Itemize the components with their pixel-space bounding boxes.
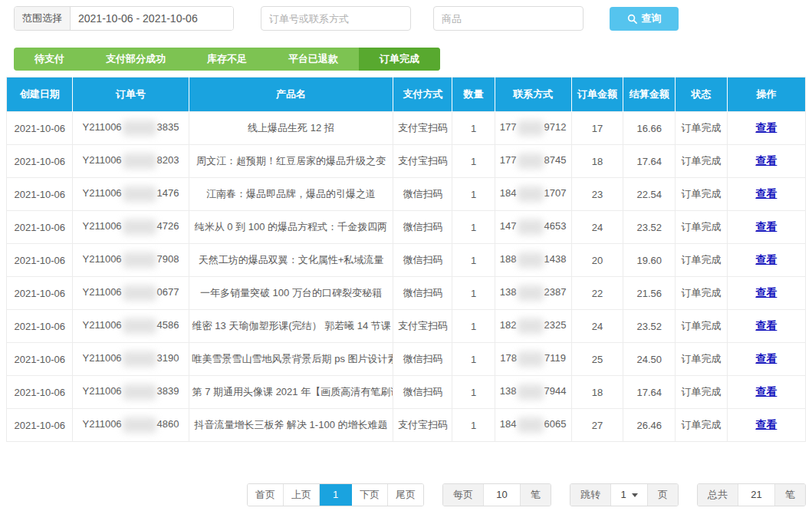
- table-row: 2021-10-06Y2110064586维密 13 天瑜伽塑形课(完结） 郭若…: [7, 310, 806, 343]
- masked-text: [123, 186, 156, 202]
- jump-page-value: 1: [620, 484, 626, 506]
- view-link[interactable]: 查看: [755, 418, 777, 430]
- per-page-input[interactable]: [483, 484, 520, 506]
- cell-create-date: 2021-10-06: [7, 211, 73, 244]
- chevron-down-icon: [632, 493, 638, 497]
- cell-action: 查看: [727, 343, 805, 376]
- cell-action: 查看: [727, 277, 805, 310]
- cell-order-amount: 20: [571, 244, 623, 277]
- masked-text: [123, 219, 156, 235]
- cell-quantity: 1: [452, 145, 495, 178]
- tab-4[interactable]: 平台已退款: [268, 48, 359, 71]
- cell-order-number: Y2110063190: [73, 343, 189, 376]
- cell-quantity: 1: [452, 112, 495, 145]
- tab-5[interactable]: 订单完成: [359, 48, 440, 71]
- column-header: 订单金额: [571, 77, 623, 112]
- table-row: 2021-10-06Y2110061476江南春：爆品即品牌，爆品的引爆之道微信…: [7, 178, 806, 211]
- column-header: 支付方式: [393, 77, 452, 112]
- cell-order-number: Y2110060677: [73, 277, 189, 310]
- date-range-input[interactable]: [71, 7, 233, 30]
- cell-quantity: 1: [452, 376, 495, 409]
- cell-contact: 1841707: [495, 178, 571, 211]
- column-header: 产品名: [189, 77, 393, 112]
- per-page-group: 每页 笔: [442, 483, 551, 506]
- search-button[interactable]: 查询: [610, 7, 679, 31]
- cell-product-name: 第 7 期通用头像课 2021 年【画质高清有笔刷课件】: [189, 376, 393, 409]
- cell-create-date: 2021-10-06: [7, 145, 73, 178]
- table-row: 2021-10-06Y2110060677一年多销量突破 100 万台的口碑裂变…: [7, 277, 806, 310]
- column-header: 联系方式: [495, 77, 571, 112]
- cell-settle-amount: 21.56: [623, 277, 676, 310]
- cell-contact: 1787119: [495, 343, 571, 376]
- cell-settle-amount: 23.52: [623, 310, 676, 343]
- cell-order-amount: 18: [571, 145, 623, 178]
- cell-settle-amount: 17.64: [623, 376, 676, 409]
- cell-payment-method: 支付宝扫码: [393, 409, 452, 442]
- view-link[interactable]: 查看: [755, 220, 777, 232]
- cell-status: 订单完成: [676, 178, 728, 211]
- first-page-button[interactable]: 首页: [248, 484, 284, 506]
- tab-1[interactable]: 待支付: [14, 48, 85, 71]
- last-page-button[interactable]: 尾页: [388, 484, 423, 506]
- product-input[interactable]: [433, 6, 584, 31]
- cell-contact: 1474653: [495, 211, 571, 244]
- view-link[interactable]: 查看: [755, 319, 777, 331]
- tab-2[interactable]: 支付部分成功: [85, 48, 186, 71]
- cell-create-date: 2021-10-06: [7, 343, 73, 376]
- cell-order-number: Y2110067908: [73, 244, 189, 277]
- cell-action: 查看: [727, 211, 805, 244]
- total-unit: 笔: [774, 484, 805, 506]
- cell-contact: 1846065: [495, 409, 571, 442]
- view-link[interactable]: 查看: [755, 352, 777, 364]
- cell-payment-method: 支付宝扫码: [393, 112, 452, 145]
- cell-order-number: Y2110063839: [73, 376, 189, 409]
- masked-text: [123, 351, 156, 367]
- cell-order-amount: 24: [571, 211, 623, 244]
- column-header: 操作: [727, 77, 805, 112]
- cell-payment-method: 微信扫码: [393, 178, 452, 211]
- view-link[interactable]: 查看: [755, 154, 777, 166]
- tab-3[interactable]: 库存不足: [186, 48, 268, 71]
- view-link[interactable]: 查看: [755, 187, 777, 199]
- current-page-button[interactable]: 1: [320, 484, 352, 506]
- table-header-row: 创建日期订单号产品名支付方式数量联系方式订单金额结算金额状态操作: [7, 77, 806, 112]
- cell-product-name: 江南春：爆品即品牌，爆品的引爆之道: [189, 178, 393, 211]
- cell-status: 订单完成: [676, 244, 728, 277]
- masked-text: [123, 120, 156, 136]
- cell-payment-method: 微信扫码: [393, 376, 452, 409]
- cell-create-date: 2021-10-06: [7, 244, 73, 277]
- cell-quantity: 1: [452, 277, 495, 310]
- masked-text: [518, 285, 544, 301]
- per-page-unit: 笔: [520, 484, 551, 506]
- cell-order-number: Y2110064586: [73, 310, 189, 343]
- cell-status: 订单完成: [676, 376, 728, 409]
- column-header: 订单号: [73, 77, 189, 112]
- page-nav-group: 首页 上页 1 下页 尾页: [247, 483, 424, 506]
- cell-settle-amount: 26.46: [623, 409, 676, 442]
- cell-status: 订单完成: [676, 211, 728, 244]
- cell-order-amount: 22: [571, 277, 623, 310]
- masked-text: [123, 252, 156, 268]
- masked-text: [518, 318, 544, 334]
- cell-settle-amount: 19.60: [623, 244, 676, 277]
- next-page-button[interactable]: 下页: [352, 484, 388, 506]
- view-link[interactable]: 查看: [755, 286, 777, 298]
- masked-text: [518, 153, 544, 169]
- cell-quantity: 1: [452, 343, 495, 376]
- order-or-contact-input[interactable]: [261, 6, 411, 31]
- cell-settle-amount: 16.66: [623, 112, 676, 145]
- search-icon: [627, 14, 637, 24]
- view-link[interactable]: 查看: [755, 121, 777, 134]
- masked-text: [518, 120, 544, 136]
- cell-create-date: 2021-10-06: [7, 277, 73, 310]
- cell-status: 订单完成: [676, 409, 728, 442]
- masked-text: [518, 219, 544, 235]
- cell-quantity: 1: [452, 244, 495, 277]
- table-row: 2021-10-06Y2110068203周文江：超预期！红豆居家的爆品升级之变…: [7, 145, 806, 178]
- prev-page-button[interactable]: 上页: [284, 484, 320, 506]
- masked-text: [518, 252, 544, 268]
- view-link[interactable]: 查看: [755, 253, 777, 265]
- jump-page-select[interactable]: 1: [610, 484, 647, 506]
- view-link[interactable]: 查看: [755, 385, 777, 397]
- cell-settle-amount: 17.64: [623, 145, 676, 178]
